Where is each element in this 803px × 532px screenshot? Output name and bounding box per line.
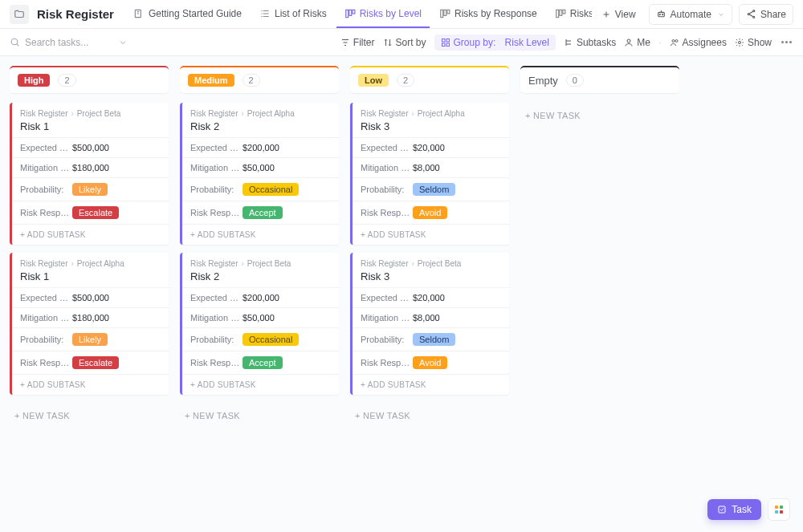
tab-label: Risks by Level	[360, 8, 422, 19]
risk-card[interactable]: Risk Register › Project Alpha Risk 2 Exp…	[180, 103, 339, 245]
tab-risks-by-status[interactable]: Risks by Status	[547, 0, 592, 28]
count-badge: 2	[243, 74, 260, 87]
risk-card[interactable]: Risk Register › Project Beta Risk 3 Expe…	[350, 253, 509, 395]
card-header: Risk Register › Project Alpha Risk 2	[182, 103, 339, 137]
field-probability[interactable]: Probability: Seldom	[353, 327, 509, 351]
add-subtask-button[interactable]: + ADD SUBTASK	[353, 374, 509, 395]
sort-icon	[383, 38, 393, 47]
subtasks-button[interactable]: Subtasks	[564, 37, 616, 48]
search[interactable]	[10, 37, 128, 48]
column-header[interactable]: Low 2	[350, 66, 509, 93]
group-by-button[interactable]: Group by: Risk Level	[434, 35, 556, 51]
search-input[interactable]	[25, 37, 113, 48]
risk-card[interactable]: Risk Register › Project Alpha Risk 1 Exp…	[10, 253, 169, 395]
assignees-label: Assignees	[683, 37, 727, 48]
new-task-button[interactable]: + NEW TASK	[350, 403, 509, 428]
svg-point-24	[738, 41, 740, 43]
svg-point-11	[659, 14, 660, 15]
add-subtask-button[interactable]: + ADD SUBTASK	[182, 374, 339, 395]
field-mitigation[interactable]: Mitigation … $50,000	[182, 307, 339, 327]
cards: + NEW TASK	[520, 103, 679, 128]
add-view-button[interactable]: View	[595, 4, 642, 25]
column-medium: Medium 2 Risk Register › Project Alpha R…	[180, 66, 339, 428]
breadcrumb[interactable]: Risk Register › Project Beta	[20, 109, 161, 118]
more-menu[interactable]	[780, 41, 793, 43]
share-button[interactable]: Share	[739, 4, 793, 25]
risk-card[interactable]: Risk Register › Project Alpha Risk 3 Exp…	[350, 103, 509, 245]
field-label: Expected C…	[361, 293, 413, 303]
field-mitigation[interactable]: Mitigation … $8,000	[353, 307, 509, 327]
filter-label: Filter	[353, 37, 375, 48]
filter-button[interactable]: Filter	[340, 37, 375, 48]
subtasks-label: Subtasks	[577, 37, 616, 48]
field-probability[interactable]: Probability: Likely	[12, 327, 169, 351]
risk-card[interactable]: Risk Register › Project Beta Risk 2 Expe…	[180, 253, 339, 395]
field-risk-response[interactable]: Risk Respo… Avoid	[353, 201, 509, 224]
field-risk-response[interactable]: Risk Respo… Avoid	[353, 351, 509, 374]
automate-label: Automate	[671, 9, 711, 20]
field-probability[interactable]: Probability: Seldom	[353, 177, 509, 201]
chevron-right-icon: ›	[411, 109, 414, 118]
field-expected-cost[interactable]: Expected C… $200,000	[182, 137, 339, 157]
field-risk-response[interactable]: Risk Respo… Escalate	[12, 351, 169, 374]
new-task-fab[interactable]: Task	[707, 499, 761, 520]
breadcrumb[interactable]: Risk Register › Project Beta	[190, 259, 331, 268]
field-value: Accept	[243, 356, 331, 369]
assignees-button[interactable]: Assignees	[670, 37, 727, 48]
crumb-root: Risk Register	[361, 259, 408, 268]
field-probability[interactable]: Probability: Occasional	[182, 327, 339, 351]
tab-getting-started[interactable]: Getting Started Guide	[125, 0, 250, 28]
svg-rect-19	[442, 43, 445, 47]
me-button[interactable]: Me	[624, 37, 650, 48]
field-risk-response[interactable]: Risk Respo… Accept	[182, 201, 339, 224]
field-label: Risk Respo…	[361, 208, 413, 217]
svg-rect-3	[353, 10, 355, 14]
add-subtask-button[interactable]: + ADD SUBTASK	[12, 374, 169, 395]
automate-button[interactable]: Automate	[649, 4, 732, 25]
breadcrumb[interactable]: Risk Register › Project Alpha	[190, 109, 331, 118]
column-empty: Empty 0 + NEW TASK	[520, 66, 679, 128]
crumb-root: Risk Register	[20, 109, 67, 118]
column-header[interactable]: Medium 2	[180, 66, 339, 93]
chevron-right-icon: ›	[71, 109, 73, 118]
chevron-down-icon[interactable]	[118, 38, 128, 47]
column-header[interactable]: High 2	[10, 66, 169, 93]
field-risk-response[interactable]: Risk Respo… Escalate	[12, 201, 169, 224]
field-mitigation[interactable]: Mitigation … $180,000	[12, 307, 169, 327]
sort-button[interactable]: Sort by	[383, 37, 426, 48]
add-subtask-button[interactable]: + ADD SUBTASK	[12, 224, 169, 245]
field-label: Mitigation …	[361, 163, 413, 173]
breadcrumb[interactable]: Risk Register › Project Beta	[361, 259, 501, 268]
risk-card[interactable]: Risk Register › Project Beta Risk 1 Expe…	[10, 103, 169, 245]
new-task-button[interactable]: + NEW TASK	[180, 403, 339, 428]
field-expected-cost[interactable]: Expected C… $500,000	[12, 137, 169, 157]
field-mitigation[interactable]: Mitigation … $180,000	[12, 157, 169, 177]
group-value: Risk Level	[505, 37, 549, 48]
field-probability[interactable]: Probability: Likely	[12, 177, 169, 201]
breadcrumb[interactable]: Risk Register › Project Alpha	[20, 259, 161, 268]
breadcrumb[interactable]: Risk Register › Project Alpha	[361, 109, 501, 118]
field-risk-response[interactable]: Risk Respo… Accept	[182, 351, 339, 374]
show-button[interactable]: Show	[735, 37, 772, 48]
field-value: $500,000	[72, 143, 161, 152]
field-mitigation[interactable]: Mitigation … $50,000	[182, 157, 339, 177]
column-high: High 2 Risk Register › Project Beta Risk…	[10, 66, 169, 428]
field-expected-cost[interactable]: Expected C… $500,000	[12, 287, 169, 307]
add-subtask-button[interactable]: + ADD SUBTASK	[353, 224, 509, 245]
tab-list-of-risks[interactable]: List of Risks	[251, 0, 335, 28]
tab-risks-by-level[interactable]: Risks by Level	[336, 0, 430, 28]
field-expected-cost[interactable]: Expected C… $20,000	[353, 137, 509, 157]
field-mitigation[interactable]: Mitigation … $8,000	[353, 157, 509, 177]
fab-apps[interactable]	[768, 498, 790, 521]
field-expected-cost[interactable]: Expected C… $20,000	[353, 287, 509, 307]
new-task-button[interactable]: + NEW TASK	[10, 403, 169, 428]
field-expected-cost[interactable]: Expected C… $200,000	[182, 287, 339, 307]
add-subtask-button[interactable]: + ADD SUBTASK	[182, 224, 339, 245]
column-header[interactable]: Empty 0	[520, 66, 679, 93]
tab-risks-by-response[interactable]: Risks by Response	[431, 0, 545, 28]
me-label: Me	[637, 37, 650, 48]
field-value: $180,000	[72, 313, 161, 323]
field-probability[interactable]: Probability: Occasional	[182, 177, 339, 201]
new-task-button[interactable]: + NEW TASK	[520, 103, 679, 128]
toolbar: Filter Sort by Group by: Risk Level Subt…	[0, 29, 803, 56]
